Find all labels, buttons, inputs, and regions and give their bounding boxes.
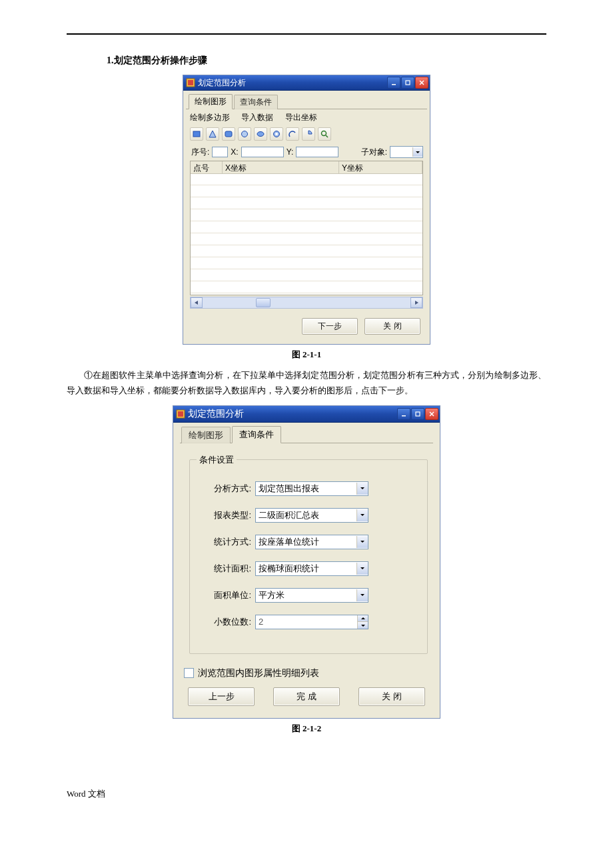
x-label: X: (231, 147, 238, 157)
row-stat-mode: 统计方式: 按座落单位统计 (199, 535, 418, 549)
table-row[interactable] (191, 197, 422, 209)
horizontal-scrollbar[interactable] (190, 297, 423, 309)
figure-caption-1: 图 2-1-1 (67, 349, 546, 361)
table-row[interactable] (191, 281, 422, 293)
close-button[interactable]: 关 闭 (358, 687, 425, 706)
scroll-thumb[interactable] (256, 298, 271, 307)
coordinates-grid[interactable]: 点号 X坐标 Y坐标 (190, 161, 423, 295)
tab-query-condition[interactable]: 查询条件 (232, 426, 281, 443)
table-row[interactable] (191, 185, 422, 197)
maximize-button[interactable] (401, 77, 414, 89)
spin-up-icon[interactable] (357, 615, 368, 622)
spin-down-icon[interactable] (357, 621, 368, 629)
tab-draw-shape[interactable]: 绘制图形 (189, 94, 233, 109)
seq-label: 序号: (191, 147, 209, 158)
tab-draw-shape[interactable]: 绘制图形 (181, 427, 231, 443)
report-type-combo[interactable]: 二级面积汇总表 (255, 508, 368, 523)
sector-icon[interactable] (302, 127, 315, 141)
analysis-mode-label: 分析方式: (199, 483, 251, 495)
shape-toolbar (186, 125, 427, 143)
zoom-icon[interactable] (318, 127, 331, 141)
window-title: 划定范围分析 (198, 77, 246, 89)
menu-import-data[interactable]: 导入数据 (241, 113, 273, 122)
stat-mode-combo[interactable]: 按座落单位统计 (255, 535, 368, 549)
y-input[interactable] (296, 147, 338, 157)
menu-draw-polygon[interactable]: 绘制多边形 (190, 113, 230, 122)
document-page: 1.划定范围分析操作步骤 划定范围分析 (0, 0, 613, 827)
area-unit-combo[interactable]: 平方米 (255, 588, 368, 603)
svg-line-14 (326, 135, 328, 137)
stat-area-combo[interactable]: 按椭球面积统计 (255, 561, 368, 576)
finish-button[interactable]: 完 成 (273, 687, 340, 706)
ellipse-icon[interactable] (254, 127, 267, 141)
row-stat-area: 统计面积: 按椭球面积统计 (199, 561, 418, 576)
section-title: 1.划定范围分析操作步骤 (107, 55, 546, 67)
row-analysis-mode: 分析方式: 划定范围出报表 (199, 481, 418, 496)
maximize-button[interactable] (411, 408, 424, 420)
button-row: 下一步 关 闭 (186, 309, 427, 339)
table-row[interactable] (191, 233, 422, 245)
menu-export-coords[interactable]: 导出坐标 (285, 113, 317, 122)
analysis-mode-combo[interactable]: 划定范围出报表 (255, 481, 368, 496)
prev-button[interactable]: 上一步 (188, 687, 255, 706)
window-controls (387, 77, 428, 89)
window-title: 划定范围分析 (188, 408, 244, 420)
chevron-down-icon (412, 147, 422, 157)
arc-icon[interactable] (286, 127, 299, 141)
triangle-icon[interactable] (206, 127, 219, 141)
table-row[interactable] (191, 245, 422, 257)
chevron-down-icon (356, 483, 368, 495)
window-controls (397, 408, 438, 420)
svg-rect-3 (406, 81, 410, 85)
table-row[interactable] (191, 221, 422, 233)
footer-note: Word 文档 (67, 788, 546, 800)
x-input[interactable] (241, 147, 284, 157)
decimals-value: 2 (256, 615, 357, 629)
browse-details-checkbox[interactable] (184, 668, 194, 678)
report-type-value: 二级面积汇总表 (257, 509, 356, 521)
table-row[interactable] (191, 257, 422, 269)
rect-icon[interactable] (190, 127, 203, 141)
menu-bar: 绘制多边形 导入数据 导出坐标 (186, 109, 427, 125)
scroll-right-icon[interactable] (410, 297, 422, 308)
row-area-unit: 面积单位: 平方米 (199, 588, 418, 603)
svg-rect-18 (178, 411, 183, 417)
browse-details-row: 浏览范围内图形属性明细列表 (184, 667, 433, 679)
titlebar[interactable]: 划定范围分析 (183, 75, 430, 91)
scroll-left-icon[interactable] (191, 297, 203, 308)
decimals-spinner[interactable]: 2 (255, 615, 368, 629)
chevron-down-icon (356, 536, 368, 548)
col-point-no[interactable]: 点号 (191, 161, 223, 173)
area-unit-label: 面积单位: (199, 589, 251, 601)
col-x[interactable]: X坐标 (223, 161, 339, 173)
titlebar[interactable]: 划定范围分析 (173, 406, 440, 423)
stat-mode-label: 统计方式: (199, 536, 251, 548)
sub-object-combo[interactable] (390, 146, 423, 158)
minimize-button[interactable] (387, 77, 400, 89)
minimize-button[interactable] (397, 408, 410, 420)
donut-icon[interactable] (270, 127, 283, 141)
svg-rect-1 (188, 80, 193, 85)
svg-rect-2 (392, 84, 396, 85)
rounded-rect-icon[interactable] (222, 127, 235, 141)
y-label: Y: (287, 147, 294, 157)
svg-point-10 (257, 132, 264, 137)
close-button[interactable] (425, 408, 438, 420)
stat-area-value: 按椭球面积统计 (257, 563, 356, 575)
svg-point-12 (275, 133, 278, 135)
tab-strip: 绘制图形 查询条件 (180, 425, 433, 443)
close-button[interactable] (415, 77, 428, 89)
table-row[interactable] (191, 173, 422, 185)
col-y[interactable]: Y坐标 (339, 161, 422, 173)
close-button[interactable]: 关 闭 (364, 318, 420, 335)
next-button[interactable]: 下一步 (302, 318, 358, 335)
svg-marker-16 (415, 301, 418, 305)
seq-input[interactable] (212, 147, 228, 157)
table-row[interactable] (191, 209, 422, 221)
table-row[interactable] (191, 269, 422, 281)
tab-query-condition[interactable]: 查询条件 (234, 95, 278, 109)
circle-icon[interactable] (238, 127, 251, 141)
app-icon (176, 409, 185, 419)
figure-caption-2: 图 2-1-2 (67, 723, 546, 735)
dialog-body: 绘制图形 查询条件 绘制多边形 导入数据 导出坐标 序号: (183, 91, 430, 344)
